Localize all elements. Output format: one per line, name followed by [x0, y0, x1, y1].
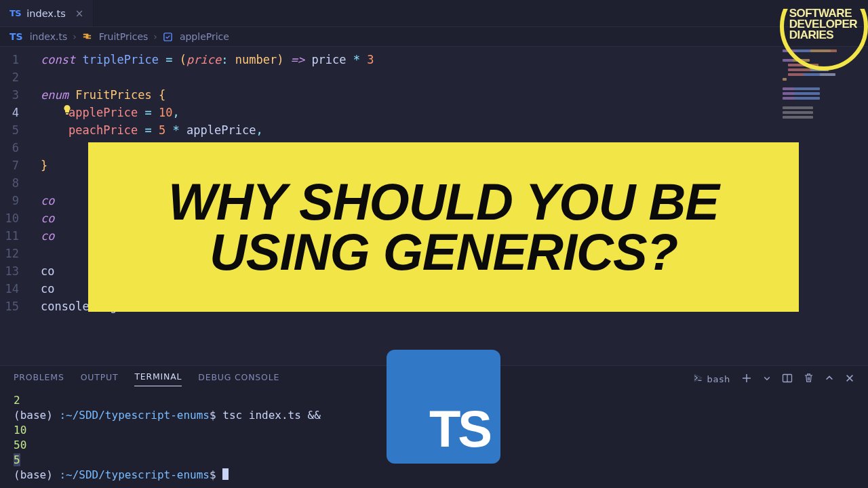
tab-problems[interactable]: PROBLEMS	[14, 372, 64, 386]
chevron-up-icon[interactable]	[825, 373, 834, 385]
tab-debug-console[interactable]: DEBUG CONSOLE	[198, 372, 279, 386]
close-icon[interactable]: ×	[75, 7, 84, 20]
tab-output[interactable]: OUTPUT	[81, 372, 119, 386]
terminal-shell-icon	[693, 373, 703, 385]
new-terminal-button[interactable]	[741, 373, 752, 386]
close-panel-icon[interactable]	[845, 373, 854, 385]
breadcrumb-file[interactable]: index.ts	[30, 31, 68, 42]
tab-filename: index.ts	[26, 8, 66, 19]
trash-icon[interactable]	[804, 373, 814, 385]
channel-logo: SOFTWARE DEVELOPER DIARIES	[780, 0, 868, 70]
breadcrumb-enum[interactable]: FruitPrices	[99, 31, 149, 42]
typescript-logo: TS	[387, 350, 500, 464]
breadcrumb[interactable]: TS index.ts › FruitPrices › applePrice	[0, 27, 868, 47]
lightbulb-icon[interactable]	[61, 104, 73, 116]
chevron-right-icon: ›	[73, 31, 77, 42]
tab-bar: TS index.ts ×	[0, 0, 868, 27]
property-icon	[163, 32, 173, 42]
tab-terminal[interactable]: TERMINAL	[134, 371, 182, 386]
split-terminal-icon[interactable]	[782, 373, 793, 386]
ts-file-icon: TS	[9, 8, 21, 18]
chevron-down-icon[interactable]	[763, 374, 771, 384]
editor-tab[interactable]: TS index.ts ×	[0, 0, 94, 26]
breadcrumb-property[interactable]: applePrice	[180, 31, 229, 42]
terminal-cursor	[222, 468, 229, 480]
ts-file-icon: TS	[9, 31, 23, 42]
chevron-right-icon: ›	[153, 31, 157, 42]
thumbnail-headline: WHY SHOULD YOU BE USING GENERICS?	[88, 142, 799, 312]
shell-selector[interactable]: bash	[693, 373, 730, 385]
line-number-gutter: 1 2 3 4 5 6 7 8 9 10 11 12 13 14 15	[0, 47, 41, 365]
enum-icon	[82, 32, 92, 42]
